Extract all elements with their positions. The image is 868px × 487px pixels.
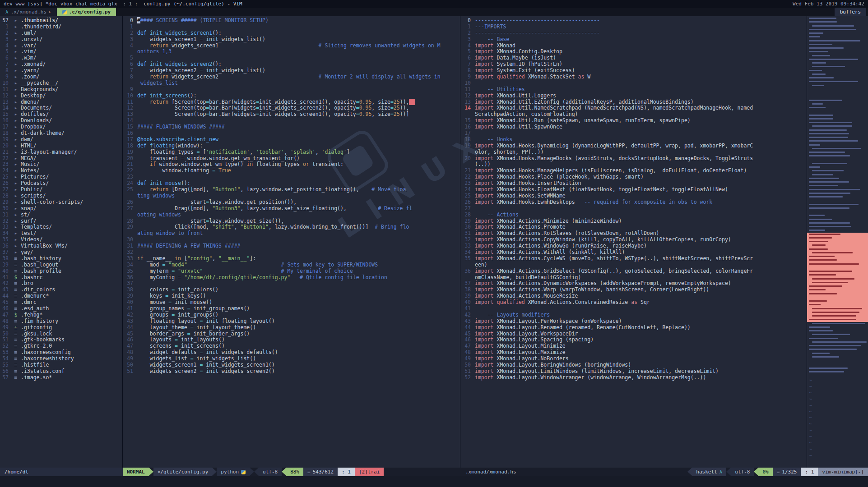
code-line[interactable]: 15import XMonad.Util.Run (safeSpawn, uns…: [460, 118, 807, 124]
minimap-line[interactable]: [807, 139, 868, 143]
minimap-line[interactable]: [807, 370, 868, 374]
minimap-line[interactable]: [807, 188, 868, 192]
minimap-line[interactable]: [807, 95, 868, 98]
code-line[interactable]: 32: [123, 249, 460, 256]
code-line[interactable]: 10def init_screens():: [123, 93, 460, 99]
code-line[interactable]: 41 group_names = init_group_names(): [123, 306, 460, 312]
code-line[interactable]: 37: [123, 280, 460, 287]
minimap-line[interactable]: [807, 311, 868, 314]
code-line[interactable]: 4import XMonad: [460, 43, 807, 49]
code-line[interactable]: 35import XMonad.Actions.CycleWS (moveTo,…: [460, 256, 807, 262]
minimap-window[interactable]: ~~~~~~~~~~~~~: [807, 16, 868, 468]
code-line[interactable]: 34 mod = "mod4" # Sets mod key to SUPER/…: [123, 262, 460, 268]
tree-item[interactable]: 23▸Music/: [0, 161, 122, 168]
minimap-line[interactable]: [807, 80, 868, 83]
tree-item[interactable]: 46≡.esd_auth: [0, 306, 122, 312]
code-line[interactable]: 9: [123, 87, 460, 93]
minimap-line[interactable]: [807, 192, 868, 195]
minimap-line[interactable]: [807, 292, 868, 296]
minimap-line[interactable]: [807, 46, 868, 50]
code-line[interactable]: 11 -- Utilities: [460, 87, 807, 93]
code-line[interactable]: 7 widgets_screen2 = init_widgets_list(): [123, 68, 460, 74]
code-line[interactable]: (..)): [460, 161, 807, 168]
minimap-line[interactable]: [807, 337, 868, 340]
code-line[interactable]: 45import XMonad.Layout.WorkspaceDir: [460, 331, 807, 337]
tree-item[interactable]: 57≡.image.so*: [0, 375, 122, 381]
minimap-line[interactable]: [807, 84, 868, 87]
code-line[interactable]: oating windows: [123, 212, 460, 218]
code-line[interactable]: 47 screens = init_screens(): [123, 343, 460, 349]
tree-item[interactable]: 50≡.gksu.lock: [0, 331, 122, 337]
tree-item[interactable]: 57▸.thumbnails/: [0, 18, 122, 24]
code-line[interactable]: 51 widgets_screen2 = init_widgets_screen…: [123, 368, 460, 375]
code-line[interactable]: 13 Screen(top=bar.Bar(widgets=init_widge…: [123, 111, 460, 118]
config-py-window[interactable]: 0##### SCREENS ##### (TRIPLE MONITOR SET…: [123, 16, 460, 468]
tree-item[interactable]: 3▸.urxvt/: [0, 37, 122, 43]
minimap-line[interactable]: [807, 39, 868, 43]
code-line[interactable]: 44 layout_theme = init_layout_theme(): [123, 325, 460, 331]
code-line[interactable]: 11 return [Screen(top=bar.Bar(widgets=in…: [123, 99, 460, 106]
code-line[interactable]: 51import XMonad.Layout.LimitWindows (lim…: [460, 368, 807, 375]
minimap-line[interactable]: [807, 296, 868, 299]
minimap-line[interactable]: [807, 355, 868, 359]
minimap-line[interactable]: [807, 359, 868, 363]
tree-item[interactable]: 55≡.histfile: [0, 362, 122, 368]
minimap-line[interactable]: [807, 154, 868, 158]
tree-item[interactable]: 20▸HTML/: [0, 143, 122, 149]
code-line[interactable]: 20import XMonad.Hooks.ManageDocks (avoid…: [460, 156, 807, 162]
minimap-line[interactable]: [807, 210, 868, 214]
tree-item[interactable]: 40≡.bash_profile: [0, 268, 122, 275]
minimap-line[interactable]: [807, 124, 868, 128]
code-line[interactable]: 36 myConfig = "/home/dt/.config/qtile/co…: [123, 275, 460, 281]
wm-workspace-tags[interactable]: dev www [sys] *doc vbox chat media gfx: [4, 1, 117, 7]
code-line[interactable]: olor, shorten, PP(..)): [460, 149, 807, 156]
buffers-label[interactable]: buffers: [835, 8, 866, 16]
minimap-line[interactable]: [807, 277, 868, 281]
code-line[interactable]: 32import XMonad.Actions.CopyWindow (kill…: [460, 237, 807, 243]
tree-item[interactable]: 45≡.dmrc: [0, 299, 122, 306]
code-line[interactable]: 2---------------------------------------…: [460, 30, 807, 37]
code-line[interactable]: 30import XMonad.Actions.Promote: [460, 224, 807, 230]
code-line[interactable]: 25import XMonad.Hooks.SetWMName: [460, 193, 807, 199]
minimap-line[interactable]: [807, 329, 868, 333]
code-line[interactable]: 43 floating_layout = init_floating_layou…: [123, 318, 460, 325]
minimap-line[interactable]: [807, 69, 868, 73]
tree-item[interactable]: 31▸st/: [0, 212, 122, 218]
tree-item[interactable]: 35▸Videos/: [0, 237, 122, 243]
code-line[interactable]: 27 Drag([mod], "Button3", lazy.window.se…: [123, 206, 460, 212]
code-line[interactable]: 0---------------------------------------…: [460, 18, 807, 24]
tree-item[interactable]: 24▸Notes/: [0, 168, 122, 174]
code-line[interactable]: 21 if window.window.get_wm_type() in flo…: [123, 161, 460, 168]
code-line[interactable]: 23import XMonad.Hooks.InsertPosition: [460, 180, 807, 187]
minimap-line[interactable]: [807, 129, 868, 132]
code-line[interactable]: 33import XMonad.Actions.WindowGo (runOrR…: [460, 243, 807, 249]
minimap-line[interactable]: [807, 32, 868, 35]
tree-item[interactable]: 21▸i3-layout-manager/: [0, 149, 122, 156]
code-line[interactable]: 41: [460, 306, 807, 312]
code-line[interactable]: 19 floating_types = ['notification', 'to…: [123, 149, 460, 156]
minimap-line[interactable]: [807, 218, 868, 221]
minimap-line[interactable]: [807, 322, 868, 326]
tree-item[interactable]: 7▸.xmonad/: [0, 61, 122, 68]
code-line[interactable]: omClassName, buildDefaultGSConfig): [460, 275, 807, 281]
code-line[interactable]: 30: [123, 237, 460, 243]
minimap-line[interactable]: [807, 262, 868, 266]
minimap-line[interactable]: [807, 233, 868, 236]
code-line[interactable]: 47import XMonad.Layout.Minimize: [460, 343, 807, 349]
code-line[interactable]: 16import XMonad.Util.SpawnOnce: [460, 124, 807, 130]
minimap-line[interactable]: [807, 255, 868, 258]
tree-item[interactable]: 19▸dwm/: [0, 137, 122, 143]
minimap-line[interactable]: [807, 143, 868, 147]
code-line[interactable]: 13import XMonad.Util.EZConfig (additiona…: [460, 99, 807, 106]
code-line[interactable]: 39 keys = init_keys(): [123, 293, 460, 299]
minimap-line[interactable]: [807, 258, 868, 262]
minimap-line[interactable]: [807, 273, 868, 277]
code-line[interactable]: 14import XMonad.Util.NamedScratchpad (Na…: [460, 105, 807, 111]
minimap-line[interactable]: [807, 147, 868, 151]
minimap-line[interactable]: [807, 266, 868, 270]
minimap-line[interactable]: [807, 102, 868, 106]
code-line[interactable]: 52import XMonad.Layout.WindowArranger (w…: [460, 375, 807, 381]
minimap-line[interactable]: [807, 169, 868, 173]
code-line[interactable]: 23: [123, 174, 460, 180]
minimap-line[interactable]: [807, 17, 868, 20]
